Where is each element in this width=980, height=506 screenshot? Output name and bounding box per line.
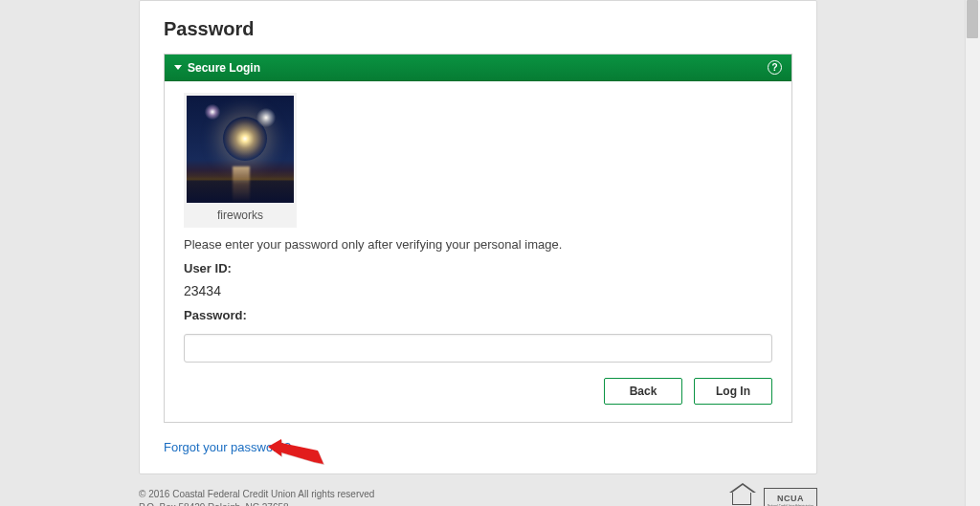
footer-text: © 2016 Coastal Federal Credit Union All … xyxy=(139,488,374,506)
password-input[interactable] xyxy=(184,334,772,363)
security-image-caption: fireworks xyxy=(187,209,294,222)
panel-body: fireworks Please enter your password onl… xyxy=(165,81,791,422)
ncua-badge-icon: NCUA National Credit Union Administratio… xyxy=(764,488,817,506)
help-icon[interactable]: ? xyxy=(768,60,782,75)
button-row: Back Log In xyxy=(184,378,772,405)
user-id-value: 23434 xyxy=(184,283,772,298)
login-button[interactable]: Log In xyxy=(694,378,772,405)
page-title: Password xyxy=(164,18,792,40)
password-label: Password: xyxy=(184,308,772,322)
footer-copyright: © 2016 Coastal Federal Credit Union All … xyxy=(139,488,374,501)
scrollbar[interactable] xyxy=(965,0,980,506)
back-button[interactable]: Back xyxy=(604,378,682,405)
panel-header-title: Secure Login xyxy=(188,61,260,75)
scrollbar-thumb[interactable] xyxy=(967,0,978,38)
footer-address: P.O. Box 58429 Raleigh, NC 27658 xyxy=(139,501,374,506)
security-image-container: fireworks xyxy=(184,93,297,228)
secure-login-panel: Secure Login ? fireworks Please enter yo… xyxy=(164,54,792,423)
equal-housing-lender-icon: LENDER xyxy=(727,488,756,506)
login-card: Password Secure Login ? xyxy=(139,0,817,474)
fireworks-image xyxy=(187,96,294,203)
forgot-password-link[interactable]: Forgot your password? xyxy=(164,440,291,454)
caret-down-icon xyxy=(174,65,182,70)
panel-header[interactable]: Secure Login ? xyxy=(165,55,791,81)
instruction-text: Please enter your password only after ve… xyxy=(184,237,772,252)
footer: © 2016 Coastal Federal Credit Union All … xyxy=(139,488,817,506)
user-id-label: User ID: xyxy=(184,261,772,275)
